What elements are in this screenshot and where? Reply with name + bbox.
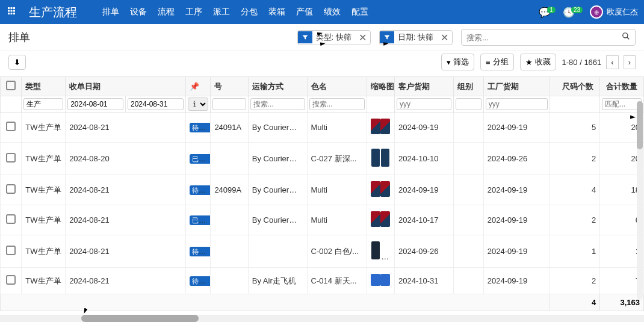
pager-prev-button[interactable]: ‹ xyxy=(606,55,618,69)
col-thumb[interactable]: 缩略图 xyxy=(367,77,395,96)
cell-date: 2024-08-21 xyxy=(66,205,186,235)
top-nav: 生产流程 排单 设备 流程 工序 派工 分包 装箱 产值 绩效 配置 💬1 🕓2… xyxy=(0,0,644,24)
col-order-no[interactable]: 号 xyxy=(211,77,248,96)
row-checkbox[interactable] xyxy=(6,153,16,163)
cell-group xyxy=(453,113,483,143)
filter-qty[interactable] xyxy=(602,98,642,110)
menu-item[interactable]: 设备 xyxy=(130,7,147,17)
cell-thumb xyxy=(367,175,395,205)
col-receive-date[interactable]: 收单日期 xyxy=(66,77,186,96)
col-color[interactable]: 色名 xyxy=(307,77,367,96)
filter-group[interactable] xyxy=(456,98,481,110)
cell-group xyxy=(453,235,483,268)
filter-type[interactable] xyxy=(23,98,63,110)
col-type[interactable]: 类型 xyxy=(22,77,66,96)
cell-thumb xyxy=(367,143,395,175)
col-pin[interactable]: 📌 xyxy=(185,77,211,96)
table-row[interactable]: TW生产单2024-08-21待确认By Air走飞机C-014 新天...20… xyxy=(1,268,644,294)
menu-item[interactable]: 产值 xyxy=(296,7,313,17)
cell-color: C-002 白色/... xyxy=(307,235,367,268)
subheader: 排单 类型: 快筛 ✕ 日期: 快筛 ✕ xyxy=(0,24,644,51)
filter-order[interactable] xyxy=(212,98,246,110)
menu-item[interactable]: 绩效 xyxy=(324,7,341,17)
row-checkbox[interactable] xyxy=(6,275,16,285)
activity-icon[interactable]: 🕓23 xyxy=(563,7,583,18)
filter-cust-date[interactable] xyxy=(397,98,451,110)
cell-date: 2024-08-21 xyxy=(66,113,186,143)
row-checkbox[interactable] xyxy=(6,122,16,131)
filter-status[interactable]: 过 xyxy=(188,98,209,111)
svg-line-1 xyxy=(627,37,630,40)
download-button[interactable]: ⬇ xyxy=(8,55,26,70)
vertical-scrollbar[interactable] xyxy=(637,101,643,300)
table-row[interactable]: TW生产单2024-08-20已确认By Courier走...C-027 新深… xyxy=(1,143,644,175)
search-input[interactable] xyxy=(466,33,618,42)
row-checkbox[interactable] xyxy=(6,246,16,255)
cell-sizes: 2 xyxy=(550,205,599,235)
cell-group xyxy=(453,143,483,175)
filter-button[interactable]: ▾ 筛选 xyxy=(441,54,474,70)
menu-item[interactable]: 流程 xyxy=(158,7,175,17)
cell-factory-date: 2024-09-19 xyxy=(483,113,550,143)
cell-factory-date: 2024-09-19 xyxy=(483,235,550,268)
user-menu[interactable]: ⊕ 欧度仁杰 xyxy=(590,5,638,19)
table-row[interactable]: TW生产单2024-08-21待确认24099ABy Courier走...Mu… xyxy=(1,175,644,205)
cell-factory-date: 2024-09-19 xyxy=(483,268,550,294)
menu-item[interactable]: 配置 xyxy=(351,7,368,17)
close-icon[interactable]: ✕ xyxy=(437,31,452,45)
filter-color[interactable] xyxy=(309,98,365,110)
close-icon[interactable]: ✕ xyxy=(355,31,370,45)
filter-transport[interactable] xyxy=(250,98,305,110)
favorite-button[interactable]: ★ 收藏 xyxy=(520,54,556,70)
table-row[interactable]: TW生产单2024-08-21已确认By Courier走...Multi202… xyxy=(1,205,644,235)
row-checkbox[interactable] xyxy=(6,184,16,194)
cell-order xyxy=(211,235,248,268)
search-icon[interactable] xyxy=(622,32,630,43)
cell-order: 24099A xyxy=(211,175,248,205)
filter-tag-label: 类型: 快筛 xyxy=(312,31,355,44)
cell-status: 待确认 xyxy=(185,175,211,205)
filter-icon xyxy=(380,31,394,43)
apps-icon[interactable] xyxy=(6,5,17,19)
filter-factory-date[interactable] xyxy=(486,98,548,110)
col-transport[interactable]: 运输方式 xyxy=(248,77,307,96)
table-row[interactable]: TW生产单2024-08-21待确认C-002 白色/...2024-09-26… xyxy=(1,235,644,268)
cell-date: 2024-08-21 xyxy=(66,268,186,294)
filter-tag-date[interactable]: 日期: 快筛 ✕ xyxy=(379,30,453,45)
cell-cust-date: 2024-09-19 xyxy=(395,113,454,143)
user-name: 欧度仁杰 xyxy=(607,7,638,17)
col-factory-date[interactable]: 工厂货期 xyxy=(483,77,550,96)
cell-color: Multi xyxy=(307,205,367,235)
row-checkbox[interactable] xyxy=(6,214,16,224)
col-group[interactable]: 组别 xyxy=(453,77,483,96)
filter-tag-type[interactable]: 类型: 快筛 ✕ xyxy=(297,30,371,45)
cell-sizes: 5 xyxy=(550,113,599,143)
menu-item[interactable]: 装箱 xyxy=(268,7,285,17)
search-box[interactable] xyxy=(461,29,636,46)
menu-item[interactable]: 分包 xyxy=(241,7,258,17)
menu-item[interactable]: 排单 xyxy=(102,7,119,17)
pager-next-button[interactable]: › xyxy=(624,55,636,69)
cell-sizes: 2 xyxy=(550,268,599,294)
cell-color: C-014 新天... xyxy=(307,268,367,294)
app-title: 生产流程 xyxy=(29,4,77,20)
cell-status: 待确认 xyxy=(185,268,211,294)
horizontal-scrollbar[interactable] xyxy=(0,315,644,322)
cell-transport: By Air走飞机 xyxy=(248,268,307,294)
filter-date-to[interactable] xyxy=(128,98,184,110)
col-cust-date[interactable]: 客户货期 xyxy=(395,77,454,96)
filter-date-from[interactable] xyxy=(67,98,123,110)
menu-item[interactable]: 派工 xyxy=(213,7,230,17)
menu-item[interactable]: 工序 xyxy=(185,7,202,17)
col-qty[interactable]: 合计数量 xyxy=(600,77,644,96)
cell-transport: By Courier走... xyxy=(248,205,307,235)
chat-icon[interactable]: 💬1 xyxy=(539,7,556,18)
total-sizes: 4 xyxy=(550,294,599,311)
group-button[interactable]: ≡ 分组 xyxy=(480,54,514,70)
col-select[interactable] xyxy=(1,77,22,96)
table-row[interactable]: TW生产单2024-08-21待确认24091ABy Courier走...Mu… xyxy=(1,113,644,143)
col-size-count[interactable]: 尺码个数 xyxy=(550,77,599,96)
cell-sizes: 4 xyxy=(550,175,599,205)
cell-type: TW生产单 xyxy=(22,205,66,235)
cell-date: 2024-08-21 xyxy=(66,235,186,268)
